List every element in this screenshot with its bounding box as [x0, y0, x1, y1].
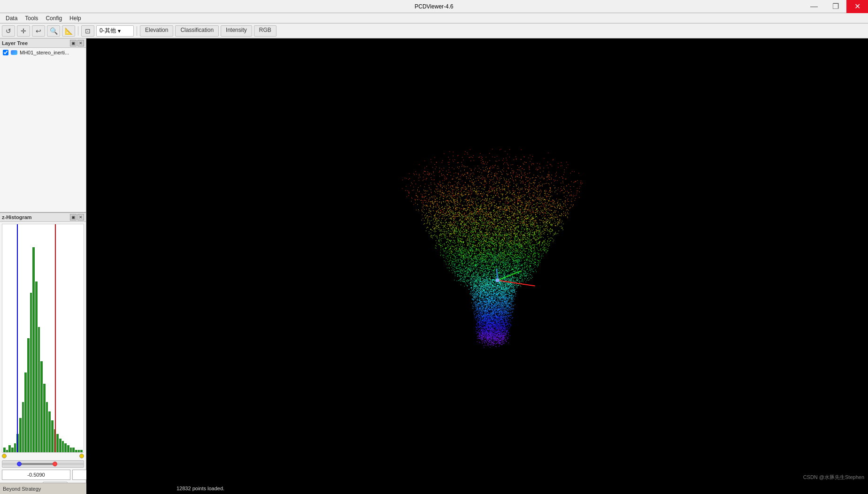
histogram-panel: z-Histogram ▣ ✕ — [0, 213, 86, 494]
histogram-float-btn[interactable]: ▣ — [70, 214, 77, 220]
layer-item-label: MH01_stereo_inerti... — [20, 50, 69, 55]
slider-range — [19, 463, 55, 465]
toolbar-pan-button[interactable]: ✛ — [17, 25, 30, 37]
main-area: Layer Tree ▣ ✕ MH01_stereo_inerti... — [0, 38, 868, 494]
viewport[interactable]: CSDN @水豚先生Stephen 12832 points loaded. — [86, 38, 868, 494]
titlebar: PCDViewer-4.6 — ❐ ✕ — [0, 0, 868, 13]
toolbar: ↺ ✛ ↩ 🔍 📐 ⊡ 0-其他 ▾ Elevation Classificat… — [0, 23, 868, 38]
layer-checkbox[interactable] — [3, 50, 8, 55]
toolbar-separator-1 — [78, 26, 78, 36]
color-mode-rgb[interactable]: RGB — [254, 25, 277, 37]
histogram-controls: ▣ ✕ — [70, 214, 84, 220]
histogram-header: z-Histogram ▣ ✕ — [0, 213, 86, 222]
toolbar-dropdown-value: 0-其他 — [100, 27, 116, 35]
toolbar-back-button[interactable]: ↺ — [2, 25, 15, 37]
toolbar-separator-2 — [137, 26, 137, 36]
slider-thumb-min[interactable] — [17, 462, 22, 466]
layer-tree-controls: ▣ ✕ — [70, 40, 84, 46]
slider-thumb-max[interactable] — [53, 462, 57, 466]
app-title: PCDViewer-4.6 — [415, 3, 453, 10]
menu-data[interactable]: Data — [2, 14, 21, 23]
histogram-blue-line — [17, 224, 18, 452]
menubar: Data Tools Config Help — [0, 13, 868, 23]
close-button[interactable]: ✕ — [846, 0, 868, 13]
toolbar-measure-button[interactable]: 📐 — [62, 25, 75, 37]
window-controls: — ❐ ✕ — [803, 0, 868, 13]
minimize-button[interactable]: — — [803, 0, 825, 13]
histogram-values-row — [2, 470, 84, 480]
histogram-marker-row — [2, 453, 84, 459]
layer-tree-content: MH01_stereo_inerti... — [0, 48, 86, 212]
layer-tree-header: Layer Tree ▣ ✕ — [0, 38, 86, 48]
histogram-chart — [2, 224, 84, 453]
histogram-range-slider[interactable] — [2, 460, 84, 468]
histogram-body: Beyond Strategy Auto — [0, 222, 86, 494]
statusbar: 12832 points loaded. — [173, 483, 868, 494]
histogram-red-line — [55, 224, 56, 452]
color-mode-classification[interactable]: Classification — [175, 25, 219, 37]
toolbar-zoom-button[interactable]: 🔍 — [47, 25, 60, 37]
layer-tree-title: Layer Tree — [2, 40, 28, 46]
histogram-min-input[interactable] — [2, 470, 70, 480]
restore-button[interactable]: ❐ — [825, 0, 846, 13]
layer-tree-panel: Layer Tree ▣ ✕ MH01_stereo_inerti... — [0, 38, 86, 213]
histogram-marker-max[interactable] — [79, 454, 84, 458]
toolbar-select-button[interactable]: ⊡ — [81, 25, 94, 37]
left-panel: Layer Tree ▣ ✕ MH01_stereo_inerti... — [0, 38, 86, 494]
color-mode-elevation[interactable]: Elevation — [140, 25, 173, 37]
beyond-strategy-label: Beyond Strategy — [0, 483, 86, 494]
histogram-close-btn[interactable]: ✕ — [77, 214, 84, 220]
menu-tools[interactable]: Tools — [21, 14, 42, 23]
menu-config[interactable]: Config — [42, 14, 66, 23]
histogram-marker-min[interactable] — [2, 454, 7, 458]
layer-tree-float-btn[interactable]: ▣ — [70, 40, 77, 46]
list-item[interactable]: MH01_stereo_inerti... — [1, 49, 85, 56]
statusbar-text: 12832 points loaded. — [177, 486, 224, 491]
watermark: CSDN @水豚先生Stephen — [803, 474, 864, 481]
toolbar-dropdown[interactable]: 0-其他 ▾ — [96, 25, 134, 37]
menu-help[interactable]: Help — [66, 14, 85, 23]
layer-cloud-icon — [10, 50, 18, 55]
toolbar-undo-button[interactable]: ↩ — [32, 25, 45, 37]
histogram-title: z-Histogram — [2, 214, 32, 220]
color-mode-intensity[interactable]: Intensity — [221, 25, 252, 37]
layer-tree-close-btn[interactable]: ✕ — [77, 40, 84, 46]
histogram-bars — [2, 224, 84, 452]
point-cloud-canvas[interactable] — [86, 38, 868, 494]
toolbar-dropdown-arrow: ▾ — [118, 28, 121, 34]
